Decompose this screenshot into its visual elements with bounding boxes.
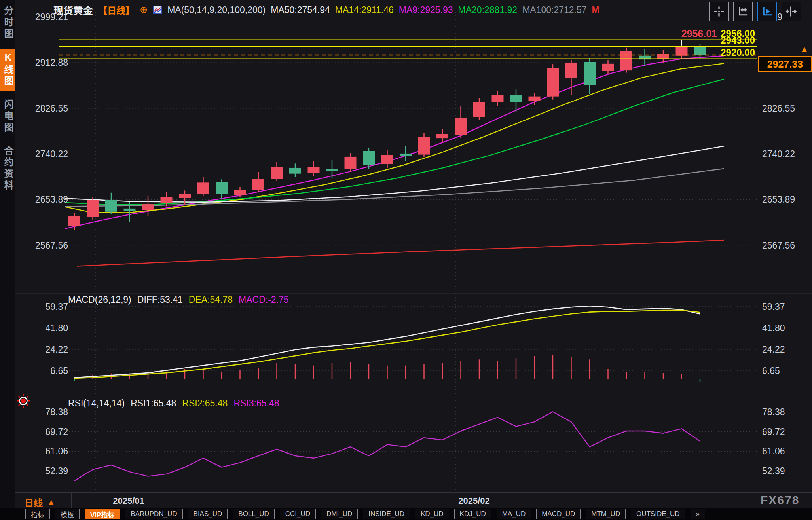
- axis-label: 61.06: [762, 446, 810, 456]
- chart-type-sidebar: 分时图K线图闪电图合约资料: [0, 0, 15, 508]
- tab-bias-ud[interactable]: BIAS_UD: [188, 509, 228, 519]
- rsi-title: RSI(14,14,14): [68, 398, 125, 409]
- auto-scale-icon[interactable]: [757, 2, 777, 21]
- live-alert-icon[interactable]: [16, 393, 31, 408]
- level-price-label: 2920.00: [704, 47, 755, 58]
- rsi1-value: RSI1:65.48: [131, 398, 176, 409]
- period-selector-label: 日线: [25, 495, 43, 509]
- sidebar-item-3[interactable]: 合约资料: [0, 142, 15, 195]
- tab-inside-ud[interactable]: INSIDE_UD: [363, 509, 410, 519]
- zoom-axis-icon[interactable]: [733, 2, 753, 21]
- tab-kdj-ud[interactable]: KDJ_UD: [454, 509, 491, 519]
- axis-label: 2653.89: [762, 195, 810, 204]
- axis-label: 24.22: [762, 345, 810, 354]
- sidebar-item-0[interactable]: 分时图: [0, 2, 15, 43]
- period-selector[interactable]: 日线 ▲: [25, 495, 56, 509]
- axis-label: 78.38: [762, 407, 810, 417]
- chart-application: 分时图K线图闪电图合约资料 现货黄金 【日线】 ⊕ MA(50,14,9,20,…: [0, 0, 812, 520]
- add-compare-icon[interactable]: ⊕: [140, 5, 148, 15]
- ma100-value: MA100:2712.57: [522, 5, 586, 15]
- axis-label: 6.65: [762, 366, 810, 376]
- axis-label: 52.39: [22, 466, 68, 476]
- tab-macd-ud[interactable]: MACD_UD: [536, 509, 581, 519]
- ma50-value: MA50:2754.94: [271, 5, 330, 15]
- time-axis: 日线 ▲ 2025/012025/02: [15, 492, 812, 509]
- tab-dmi-ud[interactable]: DMI_UD: [321, 509, 358, 519]
- axis-label: 2826.55: [22, 104, 68, 113]
- rsi-panel-header: RSI(14,14,14) RSI1:65.48 RSI2:65.48 RSI3…: [68, 398, 279, 409]
- axis-label: 59.37: [22, 302, 68, 311]
- tab-vip指标[interactable]: VIP指标: [85, 509, 120, 519]
- ma14-value: MA14:2911.46: [335, 5, 394, 15]
- macd-macd-value: MACD:-2.75: [239, 294, 289, 305]
- tab-ma-ud[interactable]: MA_UD: [497, 509, 531, 519]
- indicator-tab-bar: 指标模板VIP指标BARUPDN_UDBIAS_UDBOLL_UDCCI_UDD…: [0, 508, 812, 520]
- axis-label: 69.72: [22, 427, 68, 436]
- axis-label: 2567.56: [22, 241, 68, 250]
- tab-barupdn-ud[interactable]: BARUPDN_UD: [125, 509, 182, 519]
- chart-header: 现货黄金 【日线】 ⊕ MA(50,14,9,20,100,200) MA50:…: [53, 3, 600, 17]
- tab--[interactable]: »: [691, 509, 705, 519]
- rsi2-value: RSI2:65.48: [182, 398, 228, 409]
- tab-模板[interactable]: 模板: [55, 509, 80, 519]
- axis-label: 2826.55: [762, 104, 810, 113]
- axis-label: 6.65: [22, 366, 68, 376]
- session-high-label: 2956.01: [666, 28, 717, 40]
- ma200-value-truncated: M: [592, 5, 600, 15]
- axis-label: 41.80: [22, 323, 68, 333]
- pan-icon[interactable]: [709, 2, 729, 21]
- brand-watermark: FX678: [761, 493, 799, 507]
- tab-outside-ud[interactable]: OUTSIDE_UD: [631, 509, 685, 519]
- sidebar-item-2[interactable]: 闪电图: [0, 96, 15, 137]
- tab-boll-ud[interactable]: BOLL_UD: [233, 509, 274, 519]
- axis-label: 2567.56: [762, 241, 810, 250]
- ma9-value: MA9:2925.93: [399, 5, 453, 15]
- tab-kd-ud[interactable]: KD_UD: [415, 509, 449, 519]
- axis-label: 69.72: [762, 427, 810, 436]
- ma20-value: MA20:2881.92: [458, 5, 518, 15]
- axis-label: 61.06: [22, 446, 68, 456]
- chart-canvas[interactable]: [0, 0, 812, 520]
- sidebar-item-1[interactable]: K线图: [0, 49, 15, 91]
- axis-label: 78.38: [22, 407, 68, 417]
- tab-指标[interactable]: 指标: [25, 509, 50, 519]
- axis-label: 2740.22: [762, 149, 810, 159]
- month-label: 2025/02: [458, 496, 490, 506]
- tab-cci-ud[interactable]: CCI_UD: [280, 509, 316, 519]
- time-axis-divider: [71, 493, 72, 509]
- timeframe-label[interactable]: 【日线】: [98, 3, 135, 17]
- period-up-arrow-icon: ▲: [47, 497, 56, 508]
- axis-label: 2653.89: [22, 195, 68, 204]
- fit-axis-icon[interactable]: [782, 2, 801, 21]
- macd-diff-value: DIFF:53.41: [137, 294, 183, 305]
- tab-mtm-ud[interactable]: MTM_UD: [586, 509, 626, 519]
- axis-label: 24.22: [22, 345, 68, 354]
- macd-dea-value: DEA:54.78: [189, 294, 233, 305]
- macd-panel-header: MACD(26,12,9) DIFF:53.41 DEA:54.78 MACD:…: [68, 294, 289, 305]
- symbol-name: 现货黄金: [53, 3, 93, 17]
- indicator-chart-icon[interactable]: [153, 6, 162, 14]
- macd-title: MACD(26,12,9): [68, 294, 131, 305]
- ma-settings: MA(50,14,9,20,100,200): [167, 5, 266, 15]
- axis-label: 41.80: [762, 323, 810, 333]
- axis-label: 2912.88: [22, 58, 68, 67]
- price-up-arrow-icon: ▲: [800, 44, 808, 54]
- chart-toolbar: [709, 2, 801, 21]
- axis-label: 2740.22: [22, 149, 68, 159]
- axis-label: 59.37: [762, 302, 810, 311]
- month-label: 2025/01: [113, 496, 144, 506]
- rsi3-value: RSI3:65.48: [233, 398, 279, 409]
- axis-label: 52.39: [762, 466, 810, 476]
- current-price-tag: 2927.33: [758, 56, 812, 72]
